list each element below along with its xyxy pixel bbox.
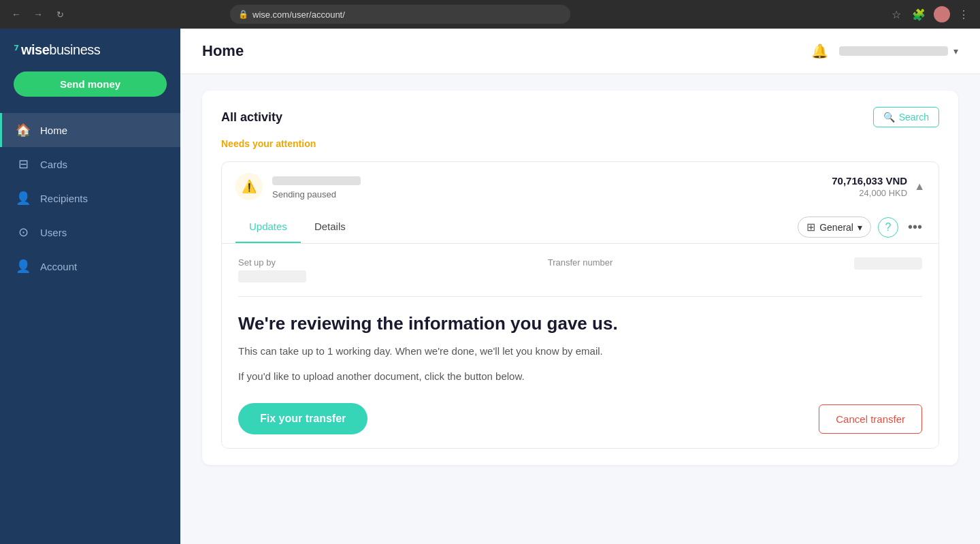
- home-icon: 🏠: [16, 123, 31, 138]
- transfer-item: ⚠️ Sending paused 70,716,033 VND 24,000 …: [221, 161, 939, 449]
- nav-label-cards: Cards: [40, 159, 67, 170]
- address-bar[interactable]: 🔒 wise.com/user/account/: [230, 5, 570, 24]
- transfer-left: ⚠️ Sending paused: [235, 173, 361, 200]
- browser-actions: ☆ 🧩 ⋮: [889, 6, 972, 22]
- all-activity-title: All activity: [221, 110, 282, 125]
- bookmark-button[interactable]: ☆: [889, 6, 904, 22]
- transfer-number-value: [854, 257, 922, 270]
- tabs-right: ⊞ General ▾ ? •••: [798, 217, 925, 238]
- amount-secondary: 24,000 HKD: [832, 188, 907, 198]
- profile-avatar[interactable]: [934, 6, 950, 22]
- transfer-body: Set up by Transfer number We're revi: [222, 244, 938, 448]
- url-text: wise.com/user/account/: [252, 10, 345, 20]
- main-header: Home 🔔 ▾: [180, 29, 980, 74]
- logo-icon: ⁷: [14, 43, 18, 58]
- nav-item-recipients[interactable]: 👤 Recipients: [0, 181, 180, 215]
- search-icon: 🔍: [883, 112, 895, 123]
- tab-details[interactable]: Details: [301, 211, 359, 243]
- chevron-down-icon: ▾: [953, 46, 958, 57]
- transfer-number-value-section: [854, 257, 922, 272]
- help-button[interactable]: ?: [878, 217, 898, 238]
- review-sub2: If you'd like to upload another document…: [238, 369, 922, 385]
- transfer-amount-wrap: 70,716,033 VND 24,000 HKD ▲: [832, 175, 925, 198]
- browser-chrome: ← → ↻ 🔒 wise.com/user/account/ ☆ 🧩 ⋮: [0, 0, 980, 29]
- nav-item-home[interactable]: 🏠 Home: [0, 113, 180, 147]
- more-options-button[interactable]: •••: [905, 217, 925, 238]
- extensions-button[interactable]: 🧩: [909, 6, 928, 22]
- logo: ⁷ wisebusiness: [0, 42, 180, 71]
- tab-updates[interactable]: Updates: [235, 211, 301, 243]
- menu-button[interactable]: ⋮: [956, 6, 972, 22]
- activity-card: All activity 🔍 Search Needs your attenti…: [202, 91, 958, 465]
- transfer-status: Sending paused: [272, 189, 361, 199]
- nav-label-account: Account: [40, 261, 77, 272]
- main-content: Home 🔔 ▾ All activity 🔍 Search: [180, 29, 980, 544]
- transfer-info: Sending paused: [272, 174, 361, 199]
- back-button[interactable]: ←: [8, 6, 24, 22]
- logo-text: wisebusiness: [21, 42, 100, 58]
- tabs-left: Updates Details: [235, 211, 359, 243]
- search-button[interactable]: 🔍 Search: [873, 107, 939, 127]
- nav-item-cards[interactable]: ⊟ Cards: [0, 147, 180, 181]
- grid-icon: ⊞: [806, 221, 815, 234]
- review-sub: This can take up to 1 working day. When …: [238, 344, 922, 359]
- cancel-transfer-button[interactable]: Cancel transfer: [819, 404, 922, 434]
- search-label: Search: [899, 112, 929, 123]
- transfer-number-section: Transfer number: [548, 257, 613, 270]
- app-container: ⁷ wisebusiness Send money 🏠 Home ⊟ Cards…: [0, 29, 980, 544]
- recipients-icon: 👤: [16, 191, 31, 206]
- transfer-header[interactable]: ⚠️ Sending paused 70,716,033 VND 24,000 …: [222, 162, 938, 211]
- amount-primary: 70,716,033 VND: [832, 175, 907, 187]
- general-chevron-icon: ▾: [858, 222, 862, 233]
- send-money-button[interactable]: Send money: [14, 71, 167, 97]
- forward-button[interactable]: →: [30, 6, 46, 22]
- nav-label-users: Users: [40, 227, 67, 238]
- transfer-amounts: 70,716,033 VND 24,000 HKD: [832, 175, 907, 198]
- setup-by-label: Set up by: [238, 257, 306, 268]
- transfer-tabs: Updates Details ⊞ General ▾ ? •••: [222, 211, 938, 244]
- warning-icon: ⚠️: [235, 173, 263, 200]
- collapse-icon[interactable]: ▲: [914, 180, 925, 193]
- activity-header: All activity 🔍 Search: [221, 107, 939, 127]
- refresh-button[interactable]: ↻: [52, 6, 68, 22]
- main-nav: 🏠 Home ⊟ Cards 👤 Recipients ⊙ Users 👤 Ac…: [0, 113, 180, 283]
- account-icon: 👤: [16, 259, 31, 274]
- transfer-meta: Set up by Transfer number: [238, 257, 922, 297]
- general-select[interactable]: ⊞ General ▾: [798, 217, 871, 238]
- lock-icon: 🔒: [238, 10, 248, 19]
- general-label: General: [819, 222, 853, 233]
- transfer-name-blurred: [272, 176, 361, 185]
- notification-bell-icon[interactable]: 🔔: [811, 43, 828, 59]
- page-body: All activity 🔍 Search Needs your attenti…: [180, 74, 980, 544]
- fix-transfer-button[interactable]: Fix your transfer: [238, 403, 368, 434]
- user-email: [839, 46, 948, 56]
- review-heading: We're reviewing the information you gave…: [238, 313, 922, 334]
- cards-icon: ⊟: [16, 157, 31, 172]
- setup-by-value: [238, 270, 306, 283]
- users-icon: ⊙: [16, 225, 31, 240]
- page-title: Home: [202, 42, 244, 60]
- user-info[interactable]: ▾: [839, 46, 958, 57]
- needs-attention-label: Needs your attention: [221, 138, 939, 149]
- nav-label-recipients: Recipients: [40, 193, 88, 204]
- transfer-number-label: Transfer number: [548, 257, 613, 268]
- nav-label-home: Home: [40, 125, 67, 136]
- transfer-actions: Fix your transfer Cancel transfer: [238, 403, 922, 434]
- setup-by-section: Set up by: [238, 257, 306, 285]
- sidebar: ⁷ wisebusiness Send money 🏠 Home ⊟ Cards…: [0, 29, 180, 544]
- header-right: 🔔 ▾: [811, 43, 958, 59]
- nav-item-users[interactable]: ⊙ Users: [0, 215, 180, 249]
- nav-item-account[interactable]: 👤 Account: [0, 249, 180, 283]
